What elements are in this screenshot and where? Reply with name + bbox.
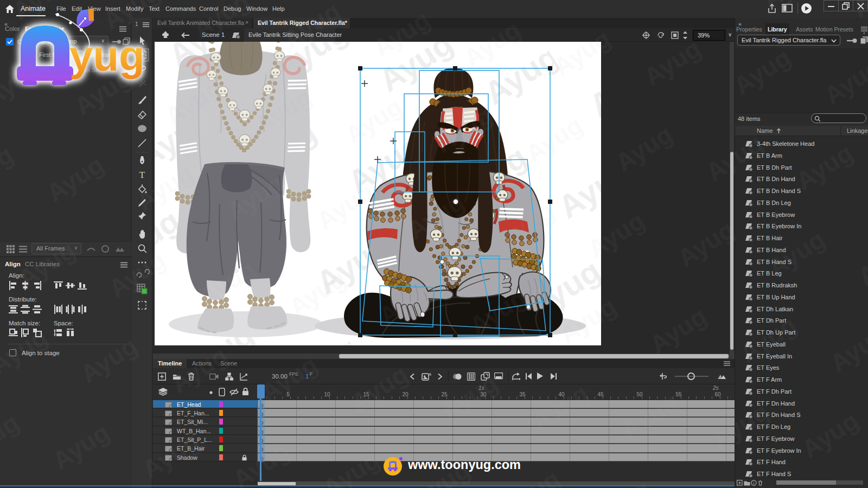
svg-text:T: T <box>139 170 145 180</box>
svg-text:A: A <box>429 372 431 377</box>
